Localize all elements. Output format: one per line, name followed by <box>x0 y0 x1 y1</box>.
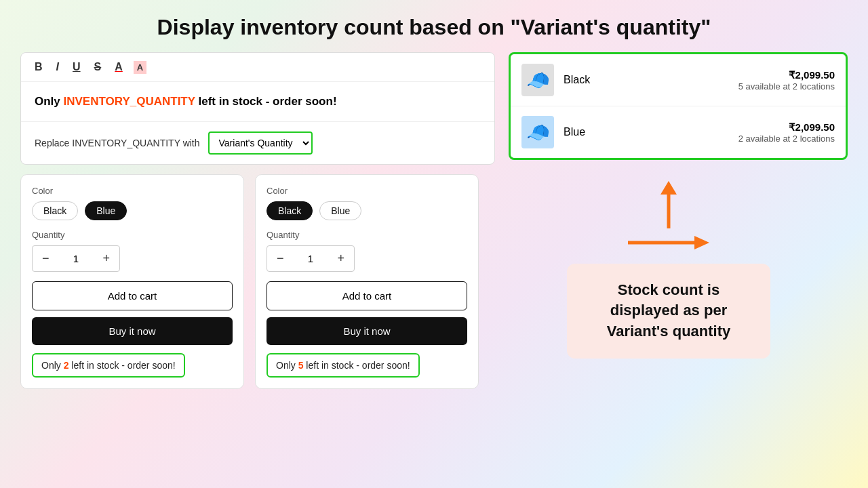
stock-badge-left: Only 2 left in stock - order soon! <box>32 353 185 378</box>
callout-section: Stock count is displayed as per Variant'… <box>490 174 848 359</box>
right-panel: 🧢 Black ₹2,099.50 5 available at 2 locat… <box>509 52 848 160</box>
content-prefix: Only <box>35 95 64 108</box>
product-card-right: Color Black Blue Quantity − 1 + Add to c… <box>255 174 479 389</box>
stock-prefix-right: Only <box>276 360 298 371</box>
color-chip-blue-left[interactable]: Blue <box>85 201 127 220</box>
replace-select[interactable]: Variant's Quantity Total Quantity Custom… <box>208 131 313 155</box>
blue-cap-details: ₹2,099.50 2 available at 2 locations <box>738 121 835 144</box>
blue-cap-image: 🧢 <box>521 116 554 148</box>
stock-suffix-right: left in stock - order soon! <box>303 360 410 371</box>
qty-stepper-right: − 1 + <box>267 245 355 272</box>
stock-prefix-left: Only <box>41 360 64 371</box>
color-label-right: Color <box>267 186 467 196</box>
add-to-cart-left[interactable]: Add to cart <box>32 281 233 310</box>
editor-content: Only INVENTORY_QUANTITY left in stock - … <box>21 82 494 122</box>
title-quoted: "Variant's quantity" <box>511 15 711 39</box>
color-chip-blue-right[interactable]: Blue <box>319 201 361 220</box>
stock-suffix-left: left in stock - order soon! <box>68 360 175 371</box>
content-suffix: left in stock - order soon! <box>195 95 337 108</box>
blue-cap-name: Blue <box>564 126 729 138</box>
stock-callout: Stock count is displayed as per Variant'… <box>567 264 770 359</box>
svg-marker-1 <box>660 181 677 195</box>
color-chip-black-left[interactable]: Black <box>32 201 78 220</box>
black-cap-price: ₹2,099.50 <box>738 69 835 81</box>
black-cap-details: ₹2,099.50 5 available at 2 locations <box>738 69 835 92</box>
blue-cap-price: ₹2,099.50 <box>738 121 835 134</box>
underline-button[interactable]: U <box>70 60 83 75</box>
replace-row: Replace INVENTORY_QUANTITY with Variant'… <box>21 122 494 164</box>
qty-decrease-left[interactable]: − <box>33 246 59 271</box>
replace-label: Replace INVENTORY_QUANTITY with <box>35 138 200 148</box>
qty-value-left: 1 <box>59 253 94 264</box>
callout-text: Stock count is displayed as per Variant'… <box>607 281 731 340</box>
stock-badge-right: Only 5 left in stock - order soon! <box>267 353 420 378</box>
page-title: Display inventory count based on "Varian… <box>0 0 868 52</box>
qty-decrease-right[interactable]: − <box>267 246 294 271</box>
buy-now-left[interactable]: Buy it now <box>32 317 233 345</box>
svg-marker-3 <box>694 236 709 249</box>
bold-button[interactable]: B <box>32 60 45 75</box>
title-text: Display inventory count based on <box>157 15 511 39</box>
qty-stepper-left: − 1 + <box>32 245 120 272</box>
color-options-right: Black Blue <box>267 201 467 220</box>
add-to-cart-right[interactable]: Add to cart <box>267 281 467 310</box>
italic-button[interactable]: I <box>54 60 62 75</box>
strikethrough-button[interactable]: S <box>92 60 104 75</box>
qty-increase-left[interactable]: + <box>93 246 119 271</box>
color-label-left: Color <box>32 186 233 196</box>
qty-label-left: Quantity <box>32 230 233 240</box>
editor-toolbar: B I U S A A <box>21 53 494 82</box>
blue-cap-availability: 2 available at 2 locations <box>738 134 835 144</box>
inventory-table: 🧢 Black ₹2,099.50 5 available at 2 locat… <box>509 52 848 160</box>
orange-arrow-right-svg <box>628 232 709 253</box>
qty-value-right: 1 <box>294 253 328 264</box>
arrow-row <box>628 232 709 253</box>
color-options-left: Black Blue <box>32 201 233 220</box>
editor-panel: B I U S A A Only INVENTORY_QUANTITY left… <box>20 52 495 165</box>
inventory-row-black: 🧢 Black ₹2,099.50 5 available at 2 locat… <box>511 54 846 106</box>
product-card-left: Color Black Blue Quantity − 1 + Add to c… <box>20 174 244 389</box>
font-bg-button[interactable]: A <box>134 61 146 74</box>
qty-increase-right[interactable]: + <box>328 246 354 271</box>
inventory-row-blue: 🧢 Blue ₹2,099.50 2 available at 2 locati… <box>511 106 846 158</box>
font-color-button[interactable]: A <box>112 60 125 75</box>
black-cap-image: 🧢 <box>521 64 554 96</box>
inventory-quantity-tag: INVENTORY_QUANTITY <box>64 95 195 108</box>
qty-label-right: Quantity <box>267 230 467 240</box>
black-cap-availability: 5 available at 2 locations <box>738 81 835 92</box>
orange-arrow-up-svg <box>648 181 689 235</box>
buy-now-right[interactable]: Buy it now <box>267 317 467 345</box>
black-cap-name: Black <box>564 74 729 86</box>
color-chip-black-right[interactable]: Black <box>267 201 313 220</box>
